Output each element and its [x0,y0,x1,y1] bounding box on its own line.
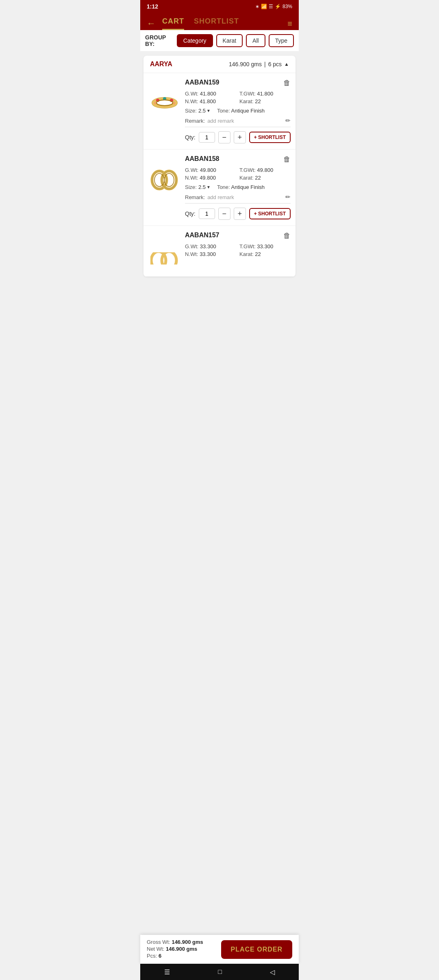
back-button[interactable]: ← [147,18,156,29]
tab-shortlist[interactable]: SHORTLIST [194,17,239,30]
section-total-pcs: 6 pcs [268,61,282,67]
svg-point-6 [173,102,175,104]
n-wt-1: N.Wt: 41.800 [185,98,236,104]
remark-row-1: Remark: add remark ✏ [185,117,291,127]
karat-1: Karat: 22 [239,98,291,104]
group-by-bar: GROUP BY: Category Karat All Type [140,30,299,52]
size-tone-row-2: Size: 2.5 ▼ Tone: Antique Finish [185,184,291,190]
header-tabs: CART SHORTLIST [162,17,287,30]
karat-3: Karat: 22 [239,251,291,257]
product-header-1: AABAN159 🗑 [185,79,291,87]
product-image-1 [148,85,181,118]
group-by-category[interactable]: Category [177,34,213,47]
qty-plus-1[interactable]: + [234,131,246,143]
qty-row-1: Qty: 1 − + + SHORTLIST [185,131,291,143]
status-icons: ∗ 📶 ☰ ⚡ 83% [255,4,292,9]
collapse-icon[interactable]: ▲ [284,61,289,67]
group-by-karat[interactable]: Karat [216,34,243,47]
product-header-2: AABAN158 🗑 [185,155,291,164]
product-image-2 [148,162,181,194]
qty-value-1: 1 [199,132,215,143]
tone-2: Tone: Antique Finish [217,184,265,190]
qty-plus-2[interactable]: + [234,208,246,220]
svg-point-5 [154,102,156,104]
section-aarya: AARYA 146.900 gms | 6 pcs ▲ [143,56,296,277]
product-details-1: AABAN159 🗑 G.Wt: 41.800 T.GWt: 41.800 N.… [185,79,291,143]
product-item-2: AABAN158 🗑 G.Wt: 49.800 T.GWt: 49.800 N.… [143,150,296,226]
delete-button-1[interactable]: 🗑 [283,79,291,87]
bangle-image-2 [150,164,179,192]
remark-text-2[interactable]: add remark [207,194,283,200]
group-by-type[interactable]: Type [269,34,294,47]
g-wt-3: G.Wt: 33.300 [185,243,236,249]
section-meta: 146.900 gms | 6 pcs ▲ [229,61,289,67]
svg-point-15 [162,252,176,265]
delete-button-3[interactable]: 🗑 [283,232,291,240]
svg-point-7 [156,100,173,106]
bangle-image-3 [150,244,179,265]
product-details-2: AABAN158 🗑 G.Wt: 49.800 T.GWt: 49.800 N.… [185,155,291,220]
size-1: Size: 2.5 ▼ [185,108,211,114]
menu-icon[interactable]: ≡ [287,19,292,28]
tone-1: Tone: Antique Finish [217,108,265,114]
product-details-3: AABAN157 🗑 G.Wt: 33.300 T.GWt: 33.300 N.… [185,232,291,271]
detail-grid-3: G.Wt: 33.300 T.GWt: 33.300 N.Wt: 33.300 … [185,243,291,257]
qty-minus-1[interactable]: − [218,131,230,143]
battery-icon: ⚡ [275,4,281,9]
group-by-all[interactable]: All [246,34,265,47]
main-content: AARYA 146.900 gms | 6 pcs ▲ [140,52,299,322]
section-header: AARYA 146.900 gms | 6 pcs ▲ [143,56,296,73]
tg-wt-2: T.GWt: 49.800 [239,167,291,173]
detail-grid-2: G.Wt: 49.800 T.GWt: 49.800 N.Wt: 49.800 … [185,167,291,181]
remark-edit-2[interactable]: ✏ [285,193,291,201]
tab-cart[interactable]: CART [162,17,184,30]
g-wt-1: G.Wt: 41.800 [185,91,236,97]
product-code-1: AABAN159 [185,79,219,86]
separator: | [264,61,266,67]
section-name: AARYA [150,61,172,68]
remark-row-2: Remark: add remark ✏ [185,193,291,204]
size-dropdown-2[interactable]: 2.5 ▼ [198,184,211,190]
remark-text-1[interactable]: add remark [207,118,283,124]
section-total-gms: 146.900 gms [229,61,262,67]
product-code-2: AABAN158 [185,155,219,163]
qty-value-2: 1 [199,208,215,219]
signal-icon: ☰ [269,4,273,9]
karat-2: Karat: 22 [239,175,291,181]
status-time: 1:12 [147,3,158,10]
product-header-3: AABAN157 🗑 [185,232,291,240]
size-2: Size: 2.5 ▼ [185,184,211,190]
status-bar: 1:12 ∗ 📶 ☰ ⚡ 83% [140,0,299,13]
qty-row-2: Qty: 1 − + + SHORTLIST [185,208,291,220]
remark-edit-1[interactable]: ✏ [285,117,291,124]
size-dropdown-1[interactable]: 2.5 ▼ [198,108,211,114]
shortlist-btn-2[interactable]: + SHORTLIST [249,208,291,219]
qty-minus-2[interactable]: − [218,208,230,220]
n-wt-2: N.Wt: 49.800 [185,175,236,181]
bangle-image-1 [150,87,179,116]
detail-grid-1: G.Wt: 41.800 T.GWt: 41.800 N.Wt: 41.800 … [185,91,291,104]
g-wt-2: G.Wt: 49.800 [185,167,236,173]
wifi-icon: 📶 [261,4,267,9]
size-tone-row-1: Size: 2.5 ▼ Tone: Antique Finish [185,108,291,114]
delete-button-2[interactable]: 🗑 [283,155,291,164]
tg-wt-1: T.GWt: 41.800 [239,91,291,97]
n-wt-3: N.Wt: 33.300 [185,251,236,257]
bluetooth-icon: ∗ [255,4,259,9]
product-code-3: AABAN157 [185,232,219,239]
product-item-3: AABAN157 🗑 G.Wt: 33.300 T.GWt: 33.300 N.… [143,226,296,277]
group-by-label: GROUP BY: [145,34,172,47]
product-item-1: AABAN159 🗑 G.Wt: 41.800 T.GWt: 41.800 N.… [143,73,296,150]
app-header: ← CART SHORTLIST ≡ [140,13,299,30]
battery-percent: 83% [283,4,292,9]
shortlist-btn-1[interactable]: + SHORTLIST [249,132,291,143]
product-image-3 [148,238,181,271]
tg-wt-3: T.GWt: 33.300 [239,243,291,249]
